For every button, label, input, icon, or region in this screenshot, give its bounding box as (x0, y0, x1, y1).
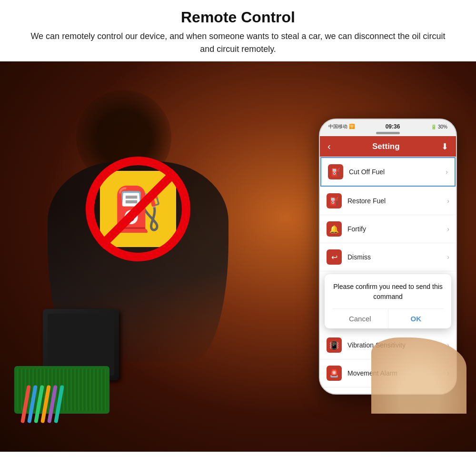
hardware-device (14, 309, 148, 423)
menu-item-dismiss[interactable]: ↩ Dismiss › (320, 243, 456, 271)
cancel-button[interactable]: Cancel (332, 309, 388, 328)
fortify-icon: 🔔 (327, 221, 342, 237)
cut-off-fuel-chevron: › (446, 168, 448, 176)
restore-fuel-icon: ⛽ (327, 193, 342, 208)
clock: 09:36 (386, 123, 400, 130)
restore-fuel-label: Restore Fuel (347, 197, 447, 205)
device-wires (24, 385, 61, 423)
ok-button[interactable]: OK (388, 309, 444, 328)
back-button[interactable]: ‹ (327, 141, 331, 152)
page-description: We can remotely control our device, and … (29, 30, 447, 56)
signal-indicator: 中国移动 🛜 (328, 123, 355, 130)
fortify-label: Fortify (347, 225, 447, 233)
dismiss-icon: ↩ (327, 249, 342, 265)
confirmation-dialog: Please confirm you need to send this com… (325, 274, 451, 328)
app-title: Setting (372, 142, 400, 151)
menu-item-restore-fuel[interactable]: ⛽ Restore Fuel › (320, 187, 456, 215)
restore-fuel-chevron: › (447, 197, 449, 205)
download-icon[interactable]: ⬇ (441, 141, 448, 152)
dialog-buttons: Cancel OK (332, 309, 444, 328)
phone-wrapper: 中国移动 🛜 09:36 🔋 30% ‹ Setting ⬇ ⛽ Cut Off… (319, 119, 466, 414)
page-title: Remote Control (29, 9, 447, 26)
no-fuel-sign: ⛽ (86, 157, 190, 261)
status-bar: 中国移动 🛜 09:36 🔋 30% (320, 119, 456, 132)
menu-item-cut-off-fuel[interactable]: ⛽ Cut Off Fuel › (320, 157, 456, 187)
battery-indicator: 🔋 30% (431, 124, 447, 129)
dismiss-label: Dismiss (347, 253, 447, 261)
vibration-icon: 📳 (327, 337, 342, 353)
page-header: Remote Control We can remotely control o… (0, 0, 476, 61)
speed-alarm-icon: 🎯 (327, 394, 342, 395)
cut-off-fuel-label: Cut Off Fuel (349, 168, 446, 176)
fortify-chevron: › (447, 225, 449, 233)
movement-alarm-icon: 🚨 (327, 366, 342, 381)
menu-item-fortify[interactable]: 🔔 Fortify › (320, 215, 456, 243)
dismiss-chevron: › (447, 253, 449, 261)
app-header: ‹ Setting ⬇ (320, 136, 456, 157)
dialog-message: Please confirm you need to send this com… (332, 282, 444, 309)
cut-off-fuel-icon: ⛽ (328, 164, 343, 179)
hand-silhouette (371, 337, 466, 414)
main-scene: ⛽ 中国移动 🛜 09:36 🔋 30% (0, 61, 476, 452)
phone-speaker (376, 132, 400, 134)
